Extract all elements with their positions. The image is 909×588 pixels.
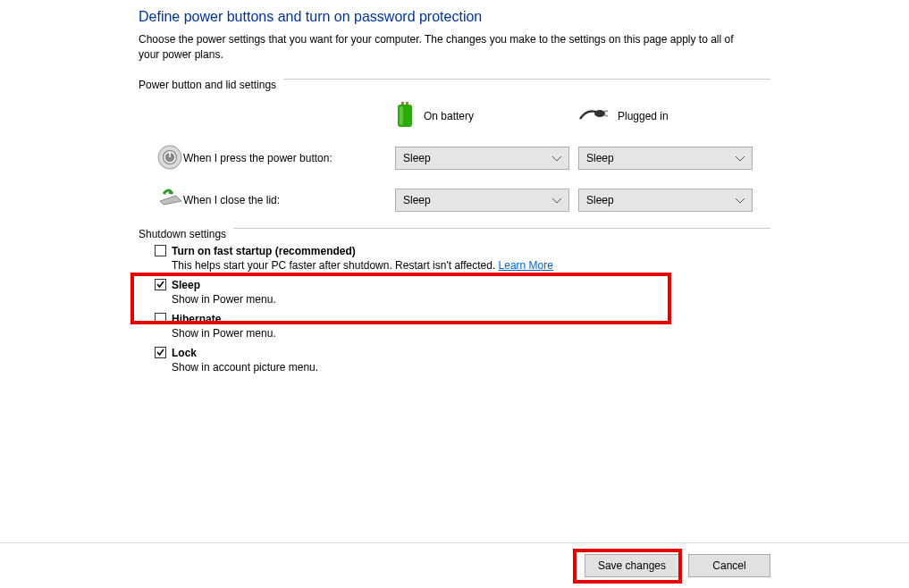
chevron-down-icon (736, 194, 745, 206)
page-title: Define power buttons and turn on passwor… (139, 9, 770, 25)
sleep-checkbox[interactable] (155, 279, 166, 290)
column-plugged-label: Plugged in (618, 110, 669, 122)
hibernate-checkbox[interactable] (155, 313, 166, 324)
svg-line-6 (604, 115, 608, 116)
power-button-row: When I press the power button: Sleep Sle… (139, 145, 770, 172)
chevron-down-icon (552, 152, 561, 164)
close-lid-row: When I close the lid: Sleep Sleep (139, 189, 770, 212)
select-value: Sleep (403, 194, 431, 206)
power-button-battery-select[interactable]: Sleep (395, 147, 569, 170)
power-plug-icon (578, 106, 609, 127)
close-lid-label: When I close the lid: (183, 194, 395, 206)
column-header-battery: On battery (395, 102, 569, 131)
svg-rect-0 (401, 102, 404, 105)
lock-checkbox[interactable] (155, 347, 166, 358)
cancel-button[interactable]: Cancel (688, 554, 770, 577)
sleep-label: Sleep (172, 279, 200, 291)
close-lid-battery-select[interactable]: Sleep (395, 189, 569, 212)
hibernate-item: Hibernate Show in Power menu. (155, 313, 770, 340)
save-changes-button[interactable]: Save changes (585, 554, 679, 577)
fast-startup-checkbox[interactable] (155, 245, 166, 256)
svg-line-5 (604, 111, 608, 112)
svg-rect-3 (400, 106, 403, 125)
fast-startup-item: Turn on fast startup (recommended) This … (155, 245, 770, 272)
svg-point-4 (594, 110, 605, 117)
power-button-icon (157, 145, 182, 172)
power-button-label: When I press the power button: (183, 152, 395, 164)
chevron-down-icon (552, 194, 561, 206)
select-value: Sleep (403, 152, 431, 164)
shutdown-settings-fieldset: Shutdown settings Turn on fast startup (… (139, 228, 770, 374)
power-button-plugged-select[interactable]: Sleep (578, 147, 753, 170)
lock-item: Lock Show in account picture menu. (155, 347, 770, 374)
fieldset-legend: Power button and lid settings (139, 79, 283, 91)
hibernate-desc: Show in Power menu. (172, 327, 770, 340)
select-value: Sleep (586, 194, 614, 206)
select-value: Sleep (586, 152, 614, 164)
fieldset-legend: Shutdown settings (139, 228, 233, 240)
fast-startup-desc: This helps start your PC faster after sh… (172, 259, 770, 272)
sleep-item: Sleep Show in Power menu. (155, 279, 770, 306)
sleep-desc: Show in Power menu. (172, 293, 770, 306)
svg-rect-1 (406, 102, 408, 105)
laptop-lid-icon (156, 189, 183, 211)
column-header-plugged: Plugged in (578, 106, 753, 127)
close-lid-plugged-select[interactable]: Sleep (578, 189, 753, 212)
column-battery-label: On battery (424, 110, 474, 122)
fast-startup-label: Turn on fast startup (recommended) (172, 245, 356, 257)
chevron-down-icon (736, 152, 745, 164)
power-button-lid-fieldset: Power button and lid settings On battery (139, 79, 770, 212)
page-description: Choose the power settings that you want … (139, 32, 746, 63)
battery-icon (395, 102, 415, 131)
hibernate-label: Hibernate (172, 313, 221, 325)
lock-label: Lock (172, 347, 197, 359)
learn-more-link[interactable]: Learn More (499, 259, 553, 272)
lock-desc: Show in account picture menu. (172, 361, 770, 374)
footer-bar: Save changes Cancel (0, 542, 909, 588)
